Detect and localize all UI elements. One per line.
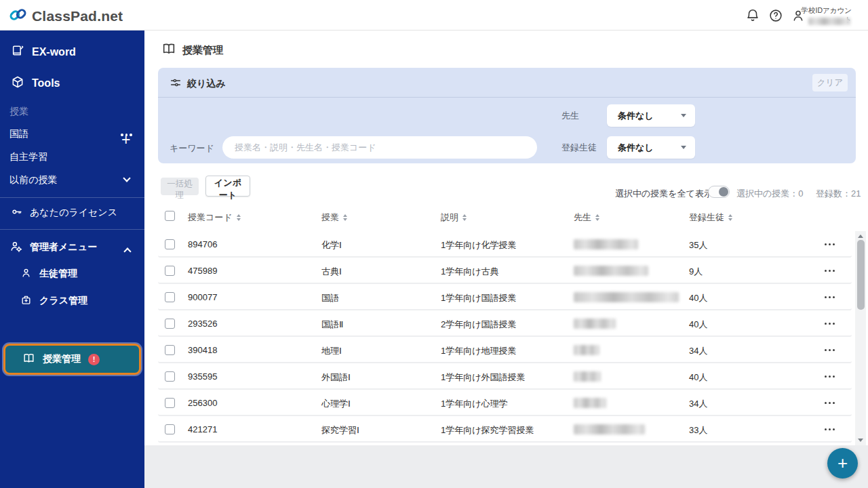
sidebar-item-license[interactable]: あなたのライセンス — [11, 206, 117, 220]
row-menu-button[interactable] — [825, 375, 835, 378]
redacted-teacher-name — [574, 398, 606, 408]
table-row[interactable]: 390418 地理Ⅰ 1学年向け地理授業 34人 — [158, 337, 852, 363]
class-code: 256300 — [188, 398, 217, 408]
column-header-students[interactable]: 登録生徒 — [689, 211, 732, 224]
caret-down-icon — [681, 146, 686, 149]
class-code: 935595 — [188, 371, 217, 382]
sidebar-item-self-study[interactable]: 自主学習 — [9, 151, 47, 163]
column-label: 説明 — [441, 211, 458, 224]
sidebar-item-label: あなたのライセンス — [30, 207, 117, 219]
section-label: 授業 — [9, 106, 28, 118]
teacher-filter-select[interactable]: 条件なし — [607, 104, 695, 127]
class-description: 1学年向け地理授業 — [441, 345, 517, 357]
table-row[interactable]: 900077 国語 1学年向け国語授業 40人 — [158, 284, 852, 310]
column-header-name[interactable]: 授業 — [321, 211, 347, 224]
column-header-teacher[interactable]: 先生 — [574, 211, 599, 224]
chevron-up-icon[interactable] — [123, 247, 131, 255]
class-description: 1学年向け化学授業 — [441, 239, 517, 251]
student-count: 9人 — [689, 266, 703, 278]
class-building-icon — [20, 294, 32, 308]
row-menu-button[interactable] — [825, 428, 835, 430]
row-checkbox[interactable] — [165, 371, 175, 382]
sidebar-item-exword[interactable]: EX-word — [11, 44, 76, 60]
show-selected-toggle[interactable] — [708, 186, 730, 198]
filter-divider — [158, 97, 856, 98]
column-header-code[interactable]: 授業コード — [188, 211, 241, 224]
row-menu-button[interactable] — [825, 243, 835, 245]
student-count: 40人 — [689, 319, 707, 331]
tune-sliders-icon — [170, 77, 182, 92]
sort-icon — [343, 214, 347, 222]
clear-filter-button[interactable]: クリア — [812, 74, 848, 92]
column-label: 授業コード — [188, 211, 233, 224]
registered-students-filter-select[interactable]: 条件なし — [607, 136, 695, 159]
table-row[interactable]: 894706 化学Ⅰ 1学年向け化学授業 35人 — [158, 231, 852, 258]
column-header-desc[interactable]: 説明 — [441, 211, 467, 224]
class-description: 1学年向け心理学 — [441, 398, 508, 410]
sidebar-item-tools[interactable]: Tools — [11, 75, 60, 92]
class-name: 国語Ⅱ — [321, 319, 343, 331]
sidebar-item-label: Tools — [32, 77, 60, 89]
row-checkbox[interactable] — [165, 345, 175, 355]
row-checkbox[interactable] — [165, 239, 175, 249]
column-label: 先生 — [574, 211, 591, 224]
row-menu-button[interactable] — [825, 296, 835, 298]
row-checkbox[interactable] — [165, 319, 175, 329]
class-name: 外国語Ⅰ — [321, 371, 351, 384]
redacted-account-id — [808, 18, 850, 25]
sidebar: EX-word Tools 授業 + 国語 自主学習 以前の授業 — [0, 30, 144, 488]
key-icon — [11, 206, 22, 220]
sidebar-item-class-group-mgmt[interactable]: クラス管理 — [20, 294, 87, 308]
row-checkbox[interactable] — [165, 424, 175, 434]
select-all-checkbox[interactable] — [165, 211, 175, 221]
chevron-down-icon[interactable] — [123, 174, 130, 182]
redacted-teacher-name — [574, 319, 616, 329]
sidebar-item-admin-menu[interactable]: 管理者メニュー — [9, 240, 97, 255]
table-row[interactable]: 475989 古典Ⅰ 1学年向け古典 9人 — [158, 258, 852, 284]
sidebar-item-previous-classes[interactable]: 以前の授業 — [9, 174, 57, 186]
cube-icon — [11, 75, 24, 92]
table-row[interactable]: 421271 探究学習Ⅰ 1学年向け探究学習授業 33人 — [158, 416, 852, 443]
sidebar-divider — [0, 229, 144, 230]
class-code: 900077 — [188, 292, 217, 302]
sidebar-item-label: 授業管理 — [43, 353, 81, 365]
row-menu-button[interactable] — [825, 349, 835, 351]
row-checkbox[interactable] — [165, 266, 175, 276]
notification-bell-icon[interactable] — [745, 8, 760, 23]
dictionary-icon — [11, 44, 24, 60]
table-scrollbar[interactable] — [855, 231, 866, 445]
sidebar-item-kokugo[interactable]: 国語 — [9, 128, 28, 140]
filter-header: 絞り込み — [170, 77, 226, 92]
row-menu-button[interactable] — [825, 402, 835, 404]
sidebar-item-student-mgmt[interactable]: 生徒管理 — [20, 267, 77, 281]
bulk-action-button[interactable]: 一括処理 — [161, 178, 199, 195]
row-checkbox[interactable] — [165, 398, 175, 408]
classpad-logo[interactable]: ClassPad.net — [9, 5, 123, 26]
row-checkbox[interactable] — [165, 292, 175, 302]
table-row[interactable]: 935595 外国語Ⅰ 1学年向け外国語授業 40人 — [158, 363, 852, 390]
sidebar-item-label: 管理者メニュー — [30, 241, 97, 253]
table-row[interactable]: 256300 心理学Ⅰ 1学年向け心理学 34人 — [158, 390, 852, 416]
row-menu-button[interactable] — [825, 270, 835, 272]
class-description: 2学年向け国語授業 — [441, 319, 517, 331]
sidebar-item-label: EX-word — [32, 46, 76, 58]
sidebar-item-lesson-mgmt-active[interactable]: 授業管理 ! — [3, 344, 141, 375]
class-name: 古典Ⅰ — [321, 266, 342, 278]
app-window: ClassPad.net 学校IDアカウント — [0, 0, 868, 488]
sidebar-item-label: クラス管理 — [39, 295, 87, 307]
add-class-fab-button[interactable]: + — [827, 448, 858, 479]
top-header: ClassPad.net 学校IDアカウント — [0, 0, 868, 30]
scroll-up-arrow-icon[interactable] — [858, 235, 863, 238]
open-book-icon — [22, 352, 35, 367]
keyword-search-input[interactable] — [222, 136, 537, 159]
sidebar-item-label: 国語 — [9, 128, 28, 140]
scroll-down-arrow-icon[interactable] — [858, 439, 863, 442]
scrollbar-thumb[interactable] — [857, 240, 865, 310]
table-row[interactable]: 293526 国語Ⅱ 2学年向け国語授業 40人 — [158, 310, 852, 337]
chain-link-icon — [9, 5, 27, 26]
student-count: 40人 — [689, 371, 707, 384]
import-button[interactable]: インポート — [205, 176, 250, 197]
help-icon[interactable] — [768, 8, 783, 23]
kokugo-menu-icon[interactable] — [121, 134, 132, 136]
row-menu-button[interactable] — [825, 323, 835, 325]
